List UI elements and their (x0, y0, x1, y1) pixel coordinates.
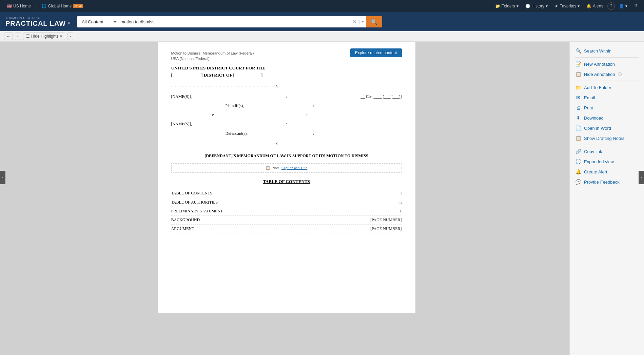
toc-row-1: TABLE OF AUTHORITIES ii (171, 198, 402, 207)
vs-right (313, 112, 402, 118)
history-link[interactable]: 🕐 History ▾ (523, 2, 550, 10)
vs-colon: : (302, 112, 312, 118)
plaintiff-label-row: Plaintiff(s), : (171, 103, 402, 109)
folders-chevron: ▾ (516, 4, 519, 8)
provide-feedback-label: Provide Feedback (584, 180, 620, 185)
add-to-folder-item[interactable]: 📁 Add To Folder (570, 82, 644, 92)
note-link[interactable]: Caption and Title (281, 166, 307, 170)
plaintiff-label-text: Plaintiff(s), (226, 103, 244, 108)
dashes-bottom: - - - - - - - - - - - - - - - - - - - - … (171, 141, 402, 147)
search-within-item[interactable]: 🔍 Search Within (570, 46, 644, 56)
left-panel-toggle[interactable]: ‹ (0, 171, 5, 184)
search-type-select[interactable]: All Content (77, 16, 118, 27)
defendant-row: [NAME(S)], : (171, 121, 402, 127)
us-flag-icon: 🇺🇸 (7, 4, 12, 8)
toc-row-2: PRELIMINARY STATEMENT 1 (171, 207, 402, 216)
prev-button[interactable]: ‹ (15, 33, 21, 40)
favorites-chevron: ▾ (578, 4, 580, 8)
search-input-wrap: ✕ | ▾ (118, 16, 366, 27)
note-label: Note: (272, 166, 280, 170)
folders-icon: 📁 (495, 4, 500, 8)
new-annotation-item[interactable]: 📝 New Annotation (570, 59, 644, 69)
search-input[interactable] (118, 17, 351, 26)
explore-related-content-button[interactable]: Explore related content (350, 48, 402, 57)
alerts-link[interactable]: 🔔 Alerts (584, 2, 606, 10)
print-icon: 🖨 (575, 105, 581, 110)
email-icon: ✉ (575, 95, 581, 100)
global-home-link[interactable]: 🌐 Global Home NEW (39, 2, 85, 10)
apps-grid[interactable]: ⠿ (631, 2, 640, 10)
search-dropdown-icon[interactable]: ▾ (360, 20, 366, 24)
right-sidebar: 🔍 Search Within 📝 New Annotation 📋 Hide … (569, 42, 644, 355)
defendant-label-right (320, 130, 402, 137)
provide-feedback-item[interactable]: 💬 Provide Feedback (570, 177, 644, 187)
toc-title: TABLE OF CONTENTS (171, 178, 402, 185)
logo-chevron[interactable]: ▾ (68, 21, 70, 26)
logo-bottom-text: PRACTICAL LAW ▾ (5, 20, 70, 27)
download-item[interactable]: ⬇ Download (570, 113, 644, 123)
top-navigation: 🇺🇸 US Home | 🌐 Global Home NEW 📁 Folders… (0, 0, 644, 12)
provide-feedback-icon: 💬 (575, 179, 581, 185)
document-panel: Motion to Dismiss: Memorandum of Law (Fe… (158, 42, 415, 313)
back-button[interactable]: ← (4, 33, 13, 40)
print-label: Print (584, 105, 593, 110)
defendant-right (293, 121, 402, 127)
next-button[interactable]: › (67, 33, 73, 40)
hide-highlights-button[interactable]: ☰ Hide Highlights ▾ (23, 33, 65, 40)
create-alert-label: Create Alert (584, 169, 607, 174)
print-item[interactable]: 🖨 Print (570, 103, 644, 113)
bell-icon: 🔔 (586, 4, 591, 8)
defendant-label-indent: Defendant(s). (171, 130, 307, 137)
prev-icon: ‹ (17, 34, 19, 39)
copy-link-label: Copy link (584, 149, 602, 154)
vs-row: v. : (171, 112, 402, 118)
user-icon: 👤 (619, 4, 624, 8)
highlight-icon: ☰ (26, 34, 30, 39)
defendant-label-text: Defendant(s). (226, 131, 248, 136)
favorites-label: Favorites (560, 4, 576, 8)
user-menu[interactable]: 👤 ▾ (616, 2, 630, 10)
create-alert-item[interactable]: 🔔 Create Alert (570, 167, 644, 177)
hide-annotation-item[interactable]: 📋 Hide Annotation ⓘ (570, 69, 644, 79)
us-home-link[interactable]: 🇺🇸 US Home (4, 2, 34, 10)
email-item[interactable]: ✉ Email (570, 92, 644, 103)
civ-number-text: [__ Civ. ____ (___)(___)] (359, 94, 402, 99)
open-word-icon: 📄 (575, 125, 581, 131)
plaintiff-name: [NAME(S)], (171, 93, 280, 100)
note-text: Note: Caption and Title (272, 165, 308, 171)
vs-text: v. (212, 112, 215, 117)
expanded-view-item[interactable]: ⛶ Expanded view (570, 156, 644, 167)
right-panel-toggle[interactable]: › (639, 171, 644, 184)
search-button[interactable]: 🔍 (366, 16, 382, 27)
email-label: Email (584, 95, 595, 100)
civ-number: [__ Civ. ____ (___)(___)] (293, 93, 402, 100)
plaintiff-name-text: [NAME(S)], (171, 94, 192, 99)
dashes-top: - - - - - - - - - - - - - - - - - - - - … (171, 83, 402, 89)
defendant-colon: : (281, 121, 292, 127)
vs-indent: v. (171, 112, 300, 118)
plaintiff-label-indent: Plaintiff(s), (171, 103, 307, 109)
left-arrow-icon: ‹ (2, 175, 3, 180)
copy-link-icon: 🔗 (575, 149, 581, 154)
open-in-word-item[interactable]: 📄 Open in Word (570, 123, 644, 133)
toc-page-3: [PAGE NUMBER] (370, 217, 402, 223)
help-button[interactable]: ? (607, 2, 615, 10)
explore-btn-label: Explore related content (355, 50, 397, 55)
hide-highlights-label: Hide Highlights (31, 34, 59, 39)
copy-link-item[interactable]: 🔗 Copy link (570, 146, 644, 156)
note-icon: 📋 (266, 165, 270, 171)
hide-annotation-info-icon: ⓘ (618, 72, 622, 77)
sidebar-divider-3 (575, 145, 639, 145)
document-container: Motion to Dismiss: Memorandum of Law (Fe… (0, 42, 569, 355)
folders-link[interactable]: 📁 Folders ▾ (492, 2, 521, 10)
expanded-view-label: Expanded view (584, 159, 614, 164)
plaintiff-label-colon: : (309, 103, 319, 109)
toc-page-4: [PAGE NUMBER] (370, 226, 402, 232)
toc-page-0: i (401, 190, 402, 196)
grid-icon: ⠿ (634, 4, 637, 8)
search-clear-icon[interactable]: ✕ (351, 19, 359, 24)
logo: THOMSON REUTERS PRACTICAL LAW ▾ (5, 16, 70, 27)
search-magnifier-icon: 🔍 (371, 19, 377, 25)
favorites-link[interactable]: ★ Favorites ▾ (552, 2, 582, 10)
show-drafting-notes-item[interactable]: 📋 Show Drafting Notes (570, 133, 644, 143)
